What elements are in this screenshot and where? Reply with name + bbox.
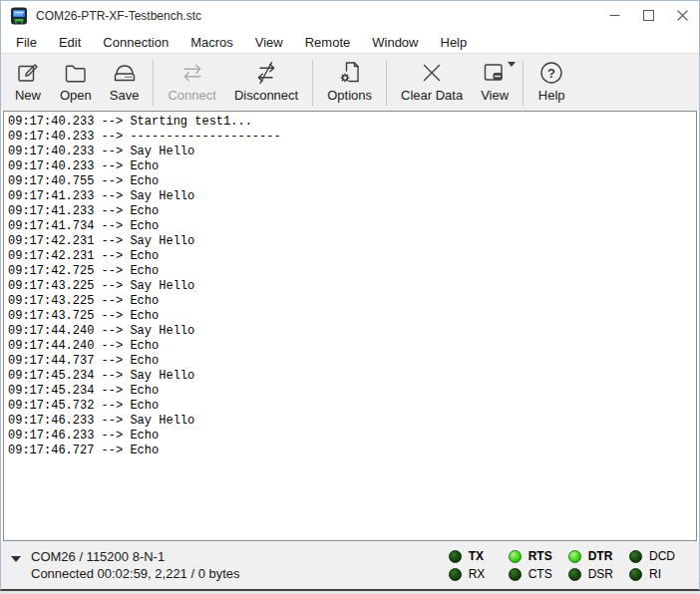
view-button-label: View bbox=[481, 88, 509, 103]
led-cell-tx: TX bbox=[449, 549, 493, 563]
minimize-icon bbox=[609, 7, 620, 25]
new-button[interactable]: New bbox=[5, 57, 51, 109]
menu-remote[interactable]: Remote bbox=[294, 33, 362, 52]
cts-led-icon bbox=[509, 568, 522, 581]
log-line: 09:17:42.725 --> Echo bbox=[8, 264, 696, 279]
svg-text:?: ? bbox=[547, 65, 555, 80]
connection-status-text: Connected 00:02:59, 2,221 / 0 bytes bbox=[31, 565, 240, 582]
toolbar-separator bbox=[153, 60, 154, 106]
open-button[interactable]: Open bbox=[51, 57, 101, 109]
menu-help[interactable]: Help bbox=[430, 33, 479, 52]
save-drive-icon bbox=[111, 59, 139, 87]
log-line: 09:17:44.737 --> Echo bbox=[8, 354, 696, 369]
toolbar-separator bbox=[386, 60, 387, 106]
connect-arrows-icon bbox=[178, 59, 206, 87]
disconnect-arrows-icon bbox=[252, 59, 280, 87]
close-icon bbox=[677, 7, 688, 25]
menu-view[interactable]: View bbox=[244, 33, 294, 52]
maximize-icon bbox=[643, 7, 654, 25]
led-cell-dtr: DTR bbox=[568, 549, 613, 563]
log-line: 09:17:43.225 --> Say Hello bbox=[8, 279, 696, 294]
open-button-label: Open bbox=[60, 88, 92, 103]
log-line: 09:17:41.233 --> Say Hello bbox=[8, 189, 696, 204]
rx-led-label: RX bbox=[469, 567, 486, 581]
dtr-led-icon bbox=[568, 550, 581, 563]
save-button[interactable]: Save bbox=[101, 57, 149, 109]
maximize-button[interactable] bbox=[631, 1, 665, 31]
window-title: COM26-PTR-XF-Testbench.stc bbox=[36, 9, 597, 23]
log-line: 09:17:40.755 --> Echo bbox=[8, 174, 696, 189]
dropdown-caret-icon bbox=[508, 62, 516, 67]
led-cell-rx: RX bbox=[449, 567, 493, 581]
cts-led-label: CTS bbox=[528, 567, 552, 581]
title-bar: COM26-PTR-XF-Testbench.stc bbox=[1, 1, 699, 31]
clear-data-button[interactable]: Clear Data bbox=[392, 57, 472, 109]
disconnect-button[interactable]: Disconnect bbox=[225, 57, 307, 109]
rts-led-icon bbox=[509, 550, 522, 563]
led-cell-ri: RI bbox=[629, 567, 675, 581]
log-line: 09:17:40.233 --> Echo bbox=[8, 159, 696, 174]
options-button[interactable]: Options bbox=[318, 57, 381, 109]
log-line: 09:17:42.231 --> Say Hello bbox=[8, 234, 696, 249]
desktop: COM26-PTR-XF-Testbench.stc bbox=[0, 0, 700, 594]
options-button-label: Options bbox=[327, 88, 372, 103]
dcd-led-label: DCD bbox=[649, 549, 675, 563]
rx-led-icon bbox=[449, 568, 462, 581]
log-line: 09:17:41.233 --> Echo bbox=[8, 204, 696, 219]
led-cell-dcd: DCD bbox=[629, 549, 675, 563]
menu-bar: FileEditConnectionMacrosViewRemoteWindow… bbox=[1, 31, 699, 53]
ri-led-icon bbox=[629, 568, 642, 581]
log-line: 09:17:41.734 --> Echo bbox=[8, 219, 696, 234]
signal-led-panel: TXRTSDTRDCDRXCTSDSRRI bbox=[449, 549, 675, 581]
log-line: 09:17:42.231 --> Echo bbox=[8, 249, 696, 264]
log-line: 09:17:46.233 --> Say Hello bbox=[8, 414, 696, 429]
toolbar-separator bbox=[312, 60, 313, 106]
status-bar: COM26 / 115200 8-N-1 Connected 00:02:59,… bbox=[1, 541, 699, 589]
log-line: 09:17:40.233 --> Say Hello bbox=[8, 145, 696, 159]
view-button[interactable]: View bbox=[472, 57, 518, 109]
menu-connection[interactable]: Connection bbox=[92, 33, 179, 52]
log-line: 09:17:46.233 --> Echo bbox=[8, 429, 696, 444]
disconnect-button-label: Disconnect bbox=[234, 88, 298, 103]
log-line: 09:17:45.234 --> Echo bbox=[8, 384, 696, 399]
app-window: COM26-PTR-XF-Testbench.stc bbox=[0, 0, 700, 591]
ri-led-label: RI bbox=[649, 567, 661, 581]
log-line: 09:17:40.233 --> Starting test1... bbox=[8, 115, 696, 130]
status-expand-arrow-icon[interactable] bbox=[11, 556, 21, 562]
new-document-icon bbox=[14, 59, 42, 87]
log-line: 09:17:43.725 --> Echo bbox=[8, 309, 696, 324]
menu-file[interactable]: File bbox=[5, 33, 48, 52]
caption-buttons bbox=[597, 1, 699, 31]
log-line: 09:17:45.234 --> Say Hello bbox=[8, 369, 696, 384]
connect-button-label: Connect bbox=[168, 88, 215, 103]
tx-led-label: TX bbox=[469, 549, 484, 563]
menu-edit[interactable]: Edit bbox=[48, 33, 92, 52]
dsr-led-icon bbox=[568, 568, 581, 581]
log-line: 09:17:40.233 --> --------------------- bbox=[8, 130, 696, 145]
dsr-led-label: DSR bbox=[588, 567, 613, 581]
log-line: 09:17:44.240 --> Echo bbox=[8, 339, 696, 354]
open-folder-icon bbox=[62, 59, 90, 87]
menu-macros[interactable]: Macros bbox=[179, 33, 244, 52]
minimize-button[interactable] bbox=[597, 1, 631, 31]
help-question-icon: ? bbox=[537, 59, 565, 87]
dtr-led-label: DTR bbox=[588, 549, 613, 563]
led-cell-dsr: DSR bbox=[568, 567, 613, 581]
tx-led-icon bbox=[449, 550, 462, 563]
close-button[interactable] bbox=[665, 1, 699, 31]
clear-x-icon bbox=[418, 59, 446, 87]
help-button[interactable]: ?Help bbox=[528, 57, 574, 109]
log-line: 09:17:43.225 --> Echo bbox=[8, 294, 696, 309]
rts-led-label: RTS bbox=[528, 549, 552, 563]
view-window-icon bbox=[481, 59, 509, 87]
led-cell-cts: CTS bbox=[509, 567, 552, 581]
menu-window[interactable]: Window bbox=[361, 33, 429, 52]
terminal-log[interactable]: 09:17:40.233 --> Starting test1...09:17:… bbox=[3, 111, 697, 541]
connect-button: Connect bbox=[159, 57, 224, 109]
log-line: 09:17:46.727 --> Echo bbox=[8, 444, 696, 458]
port-settings-text: COM26 / 115200 8-N-1 bbox=[31, 548, 240, 565]
toolbar-separator bbox=[523, 60, 524, 106]
led-cell-rts: RTS bbox=[509, 549, 552, 563]
log-line: 09:17:44.240 --> Say Hello bbox=[8, 324, 696, 339]
new-button-label: New bbox=[15, 88, 41, 103]
